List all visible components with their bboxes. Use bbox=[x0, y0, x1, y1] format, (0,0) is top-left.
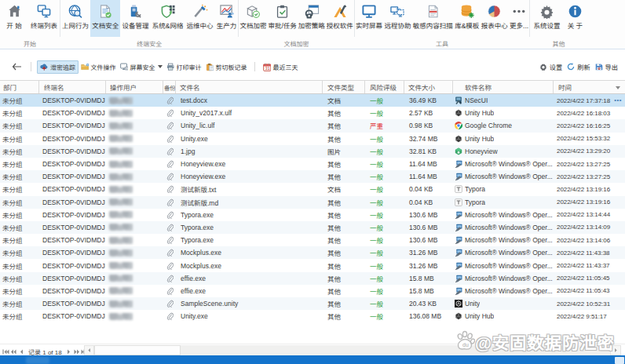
taskbar-smudge bbox=[26, 357, 49, 364]
horizontal-scrollbar[interactable] bbox=[84, 345, 621, 355]
column-header[interactable]: 终端名 bbox=[39, 81, 106, 93]
toolbar-tab[interactable]: 文件操作 bbox=[79, 60, 118, 74]
cell-time: 2022/4/22 16:18:03 bbox=[554, 107, 625, 119]
cell-backup bbox=[163, 259, 176, 271]
table-row[interactable]: 未分组DESKTOP-0VIDMDJUnity_v2017.x.ulf其他一般2… bbox=[0, 107, 625, 119]
column-header[interactable]: 文件名 bbox=[176, 81, 323, 93]
typora-icon bbox=[455, 198, 462, 206]
table-row[interactable]: 未分组DESKTOP-0VIDMDJUnity.exe其他一般136.08 MB… bbox=[0, 310, 625, 322]
cell-terminal: DESKTOP-0VIDMDJ bbox=[39, 246, 106, 259]
redacted-user bbox=[109, 313, 133, 320]
column-header[interactable]: 文件类型 bbox=[323, 81, 365, 93]
table-row[interactable]: 未分组DESKTOP-0VIDMDJMockplus.exe其他一般31.26 … bbox=[0, 259, 625, 271]
column-filter-icon[interactable] bbox=[616, 86, 620, 89]
ribbon-item[interactable]: 开 始 bbox=[0, 0, 28, 37]
secondary-toolbar: 泄密追踪文件操作屏幕安全打印审计剪切板记录 31最近三天 设置刷新导出 bbox=[0, 50, 625, 80]
column-header[interactable]: 软件名称 bbox=[453, 81, 554, 93]
table-row[interactable]: 未分组DESKTOP-0VIDMDJUnity_lic.ulf其他严重0.98 … bbox=[0, 119, 625, 132]
ribbon-item-icon-area bbox=[35, 3, 53, 19]
cell-filetype: 其他 bbox=[323, 133, 365, 145]
table-row[interactable]: 未分组DESKTOP-0VIDMDJ测试新版.txt文档一般0.04 KBTyp… bbox=[0, 183, 625, 195]
column-header[interactable]: 部门 bbox=[0, 81, 39, 93]
table-row[interactable]: 未分组DESKTOP-0VIDMDJeffie.exe其他一般15.8 MBMi… bbox=[0, 272, 625, 285]
ribbon-item-icon-area bbox=[244, 3, 261, 19]
ribbon-item[interactable]: 运维中心 bbox=[185, 0, 214, 37]
column-header[interactable]: 备份 bbox=[163, 81, 176, 93]
ribbon-item[interactable]: 终端列表 bbox=[28, 0, 60, 37]
ribbon-item[interactable]: 加密策略 bbox=[298, 0, 326, 37]
cell-time: 2022/4/22 9:51:17 bbox=[554, 310, 625, 322]
toolbar-tab[interactable]: 泄密追踪 bbox=[37, 60, 79, 74]
ribbon-item[interactable]: 库&模板 bbox=[454, 0, 481, 37]
column-header[interactable]: 操作用户 bbox=[106, 81, 163, 93]
ribbon-item[interactable]: 关 于 bbox=[563, 0, 587, 37]
cell-terminal: DESKTOP-0VIDMDJ bbox=[39, 94, 106, 107]
column-header[interactable]: 风险评级 bbox=[365, 81, 404, 93]
toolbar-tab[interactable]: 打印审计 bbox=[164, 60, 203, 74]
ribbon-item[interactable]: 审批/任务 bbox=[267, 0, 297, 37]
cell-risk: 严重 bbox=[365, 119, 404, 132]
ribbon-item[interactable]: 敏感内容扫描 bbox=[412, 0, 454, 37]
table-row[interactable]: 未分组DESKTOP-0VIDMDJtest.docx文档一般36.49 KBN… bbox=[0, 94, 625, 107]
toolbar-tab[interactable]: 剪切板记录 bbox=[203, 60, 249, 74]
scrollbar-thumb[interactable] bbox=[94, 345, 181, 355]
cell-filesize: 32.81 KB bbox=[404, 145, 453, 158]
ribbon-item-icon-area bbox=[159, 3, 177, 19]
cell-filetype: 其他 bbox=[323, 158, 365, 170]
clipboard-icon bbox=[206, 62, 214, 72]
column-header-label: 文件大小 bbox=[408, 82, 435, 92]
table-row[interactable]: 未分组DESKTOP-0VIDMDJSampleScene.unity其他一般2… bbox=[0, 297, 625, 310]
ribbon-item[interactable]: 设备管理 bbox=[120, 0, 150, 37]
web-behavior-icon bbox=[68, 4, 83, 19]
cell-operating-user bbox=[106, 196, 163, 209]
back-button[interactable] bbox=[8, 60, 25, 74]
table-row[interactable]: 未分组DESKTOP-0VIDMDJHoneyview.exe其他一般11.64… bbox=[0, 170, 625, 183]
ribbon-item[interactable]: 更多... bbox=[509, 0, 529, 37]
ribbon-item[interactable]: 授权软件 bbox=[326, 0, 354, 37]
table-row[interactable]: 未分组DESKTOP-0VIDMDJTypora.exe其他一般130.6 MB… bbox=[0, 234, 625, 246]
table-row[interactable]: 未分组DESKTOP-0VIDMDJUnity.exe其他一般32.74 MBU… bbox=[0, 133, 625, 145]
ribbon-item[interactable]: 文档加密 bbox=[239, 0, 267, 37]
ribbon-item[interactable]: 文档安全 bbox=[90, 0, 120, 37]
row-actions-ellipsis[interactable]: ••• bbox=[614, 94, 622, 107]
table-row[interactable]: 未分组DESKTOP-0VIDMDJ测试新版.md其他一般0.04 KBTypo… bbox=[0, 196, 625, 209]
ribbon-item[interactable]: 远程协助 bbox=[383, 0, 411, 37]
scroll-left-button[interactable] bbox=[84, 345, 94, 355]
table-row[interactable]: 未分组DESKTOP-0VIDMDJTypora.exe其他一般130.6 MB… bbox=[0, 209, 625, 221]
refresh-button[interactable]: 刷新 bbox=[567, 62, 590, 71]
column-header[interactable]: 时间 bbox=[554, 81, 625, 93]
app-window: 开 始终端列表开始上网行为文档安全设备管理系统&网络运维中心生产力终端安全文档加… bbox=[0, 0, 625, 364]
ops-center-icon bbox=[192, 4, 208, 19]
cell-risk: 一般 bbox=[365, 158, 404, 170]
date-filter-button[interactable]: 31最近三天 bbox=[261, 60, 300, 74]
ribbon-item[interactable]: 上网行为 bbox=[60, 0, 90, 37]
encrypt-policy-icon bbox=[304, 4, 320, 19]
ribbon-item-label: 终端列表 bbox=[31, 20, 57, 30]
ribbon-item[interactable]: 报表中心 bbox=[481, 0, 509, 37]
software-name: Microsoft® Windows® Oper... bbox=[465, 224, 553, 231]
cell-software: Unity Hub bbox=[453, 107, 554, 119]
software-name: NSecUI bbox=[465, 96, 488, 104]
table-row[interactable]: 未分组DESKTOP-0VIDMDJTypora.exe其他一般130.6 MB… bbox=[0, 221, 625, 234]
cell-filename: Unity_lic.ulf bbox=[176, 119, 323, 132]
ribbon-item-icon-area bbox=[538, 3, 555, 19]
scroll-right-button[interactable] bbox=[610, 345, 621, 355]
file-grid: 部门终端名操作用户备份文件名文件类型风险评级文件大小软件名称时间 未分组DESK… bbox=[0, 80, 625, 322]
redacted-user bbox=[109, 122, 133, 129]
settings-button[interactable]: 设置 bbox=[539, 62, 562, 71]
ribbon-item[interactable]: 系统&网络 bbox=[151, 0, 185, 37]
toolbar-tab[interactable]: 屏幕安全 bbox=[118, 60, 164, 74]
cell-time: 2022/4/22 11:43:38 bbox=[554, 246, 625, 259]
ribbon-item[interactable]: 实时屏幕 bbox=[355, 0, 383, 37]
table-row[interactable]: 未分组DESKTOP-0VIDMDJMockplus.exe其他一般31.26 … bbox=[0, 246, 625, 259]
paperclip-icon bbox=[166, 122, 174, 129]
ribbon-item-label: 设备管理 bbox=[122, 20, 149, 30]
column-header[interactable]: 文件大小 bbox=[404, 81, 453, 93]
column-header-label: 操作用户 bbox=[110, 82, 137, 92]
ribbon-item[interactable]: 生产力 bbox=[215, 0, 239, 37]
table-row[interactable]: 未分组DESKTOP-0VIDMDJHoneyview.exe其他一般11.64… bbox=[0, 158, 625, 170]
table-row[interactable]: 未分组DESKTOP-0VIDMDJ1.jpg图片一般32.81 KBHoney… bbox=[0, 145, 625, 158]
ribbon-item[interactable]: 系统设置 bbox=[530, 0, 563, 37]
export-button[interactable]: 导出 bbox=[595, 62, 618, 71]
table-row[interactable]: 未分组DESKTOP-0VIDMDJeffie.exe其他一般15.8 MBMi… bbox=[0, 285, 625, 297]
